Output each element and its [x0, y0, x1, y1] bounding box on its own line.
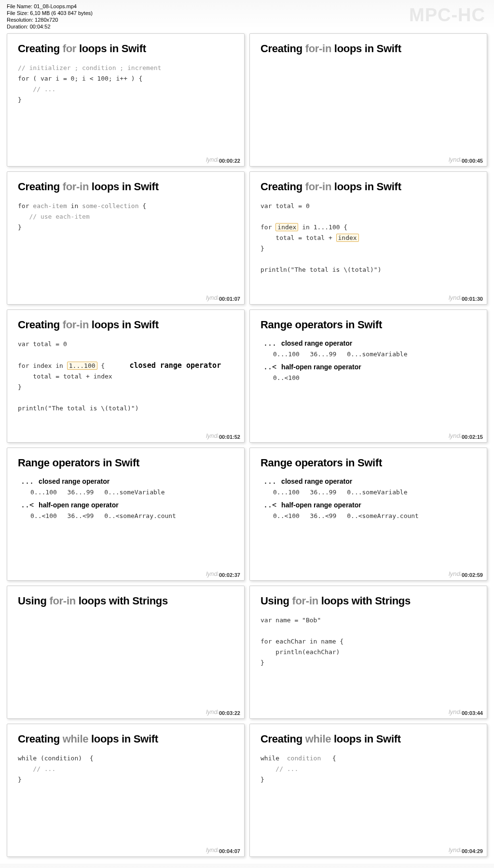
slide-title: Range operators in Swift: [18, 457, 233, 469]
resolution-value: 1280x720: [35, 17, 58, 23]
resolution-label: Resolution:: [7, 17, 35, 23]
duration-label: Duration:: [7, 24, 30, 29]
range-examples: 0..<100: [273, 374, 476, 381]
thumbnail-slide: Creating while loops in Swiftwhile (cond…: [7, 724, 245, 857]
timestamp-badge: 00:01:30: [461, 295, 484, 302]
timestamp-badge: 00:03:44: [461, 710, 484, 716]
slide-title: Creating for-in loops in Swift: [261, 181, 476, 193]
range-subhead: ..<half-open range operator: [21, 501, 233, 509]
code-block: var total = 0 for index in 1...100 { tot…: [261, 201, 476, 275]
duration-value: 00:04:52: [30, 24, 51, 29]
code-block: while (condition) { // ... }: [18, 753, 233, 785]
timestamp-badge: 00:01:07: [218, 295, 241, 302]
file-size-value: 6,10 MB (6 403 847 bytes): [30, 10, 93, 16]
thumbnail-slide: Creating for-in loops in Swiftvar total …: [249, 171, 487, 305]
timestamp-badge: 00:04:29: [461, 848, 484, 854]
slide-title: Creating for loops in Swift: [18, 42, 233, 55]
range-examples: 0...100 36...99 0...someVariable: [30, 489, 233, 496]
code-block: while condition { // ... }: [261, 753, 476, 785]
code-block: var total = 0 for index in 1...100 { clo…: [18, 339, 233, 414]
range-examples: 0...100 36...99 0...someVariable: [273, 489, 476, 496]
code-block: // initializer ; condition ; increment f…: [18, 63, 233, 105]
code-block: for each-item in some-collection { // us…: [18, 201, 233, 233]
file-name-label: File Name:: [7, 3, 34, 9]
slide-title: Creating while loops in Swift: [18, 733, 233, 745]
range-subhead: ...closed range operator: [21, 477, 233, 486]
timestamp-badge: 00:02:37: [218, 572, 241, 578]
range-examples: 0..<100 36..<99 0..<someArray.count: [273, 512, 476, 519]
thumbnail-slide: Using for-in loops with Stringsvar name …: [249, 586, 487, 719]
slide-title: Creating while loops in Swift: [261, 733, 476, 745]
thumbnail-grid: Creating for loops in Swift// initialize…: [0, 31, 494, 864]
slide-title: Creating for-in loops in Swift: [18, 181, 233, 193]
timestamp-badge: 00:00:22: [218, 157, 241, 164]
range-examples: 0..<100 36..<99 0..<someArray.count: [30, 512, 233, 519]
thumbnail-slide: Creating for loops in Swift// initialize…: [7, 33, 245, 167]
header: File Name: 01_08-Loops.mp4 File Size: 6,…: [0, 0, 494, 31]
timestamp-badge: 00:02:15: [461, 434, 484, 440]
timestamp-badge: 00:02:59: [461, 572, 484, 578]
thumbnail-slide: Range operators in Swift...closed range …: [7, 448, 245, 581]
range-subhead: ..<half-open range operator: [263, 501, 476, 509]
file-name-value: 01_08-Loops.mp4: [34, 3, 77, 9]
slide-title: Creating for-in loops in Swift: [18, 319, 233, 331]
thumbnail-slide: Creating for-in loops in Swiftlynda00:00…: [249, 33, 487, 167]
range-subhead: ..<half-open range operator: [263, 363, 476, 371]
thumbnail-slide: Range operators in Swift...closed range …: [249, 309, 487, 443]
file-info: File Name: 01_08-Loops.mp4 File Size: 6,…: [7, 3, 93, 30]
timestamp-badge: 00:03:22: [218, 710, 241, 716]
range-examples: 0...100 36...99 0...someVariable: [273, 350, 476, 358]
timestamp-badge: 00:04:07: [218, 848, 241, 854]
thumbnail-slide: Creating for-in loops in Swiftvar total …: [7, 309, 245, 443]
range-subhead: ...closed range operator: [263, 339, 476, 348]
thumbnail-slide: Range operators in Swift...closed range …: [249, 448, 487, 581]
file-size-label: File Size:: [7, 10, 30, 16]
slide-title: Creating for-in loops in Swift: [261, 42, 476, 55]
timestamp-badge: 00:00:45: [461, 157, 484, 164]
thumbnail-slide: Using for-in loops with Stringslynda00:0…: [7, 586, 245, 719]
code-block: var name = "Bob" for eachChar in name { …: [261, 615, 476, 668]
thumbnail-slide: Creating while loops in Swiftwhile condi…: [249, 724, 487, 857]
slide-title: Range operators in Swift: [261, 319, 476, 331]
slide-title: Using for-in loops with Strings: [261, 595, 476, 607]
thumbnail-slide: Creating for-in loops in Swiftfor each-i…: [7, 171, 245, 305]
slide-title: Range operators in Swift: [261, 457, 476, 469]
range-subhead: ...closed range operator: [263, 477, 476, 486]
timestamp-badge: 00:01:52: [218, 434, 241, 440]
app-logo: MPC-HC: [409, 3, 489, 26]
slide-title: Using for-in loops with Strings: [18, 595, 233, 607]
